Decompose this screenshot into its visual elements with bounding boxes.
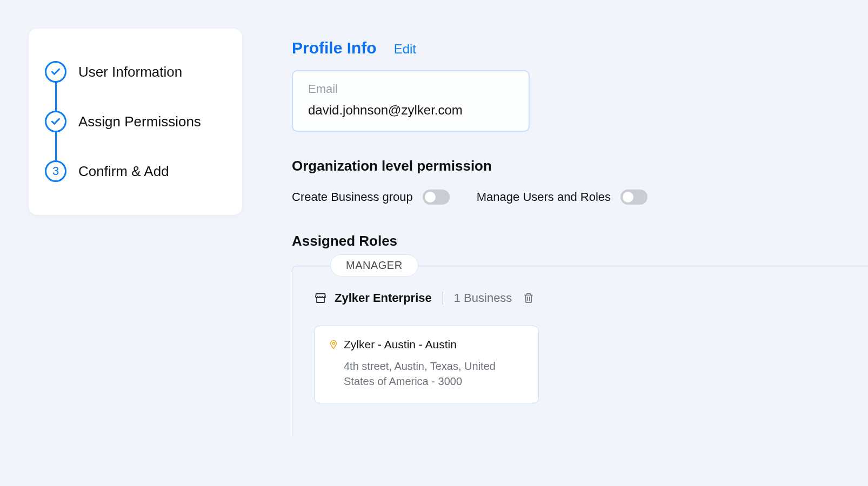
divider [443,292,443,305]
store-icon [314,292,327,305]
svg-point-0 [332,342,335,345]
step-number: 3 [52,164,59,178]
step-connector [55,83,57,111]
permission-label: Create Business group [292,190,413,204]
step-label: Confirm & Add [78,163,169,180]
assigned-roles-title: Assigned Roles [292,233,868,249]
check-icon [45,111,66,132]
check-icon [45,61,66,83]
role-box: MANAGER Zylker Enterprise 1 Business [292,266,868,436]
step-sidebar: User Information Assign Permissions 3 Co… [29,29,242,215]
permission-row: Create Business group Manage Users and R… [292,190,868,205]
profile-info-title: Profile Info [292,39,377,57]
permission-label: Manage Users and Roles [477,190,611,204]
step-label: Assign Permissions [78,113,201,130]
location-name: Zylker - Austin - Austin [344,338,457,351]
permission-create-business-group: Create Business group [292,190,450,205]
trash-icon[interactable] [523,292,535,304]
business-count: 1 Business [454,291,512,305]
step-connector [55,132,57,160]
assigned-roles-section: Assigned Roles MANAGER Zylker Enterprise… [292,233,868,436]
role-tag: MANAGER [330,254,418,276]
email-value: david.johnson@zylker.com [308,103,513,118]
toggle-manage-users-roles[interactable] [620,190,647,205]
email-field: Email david.johnson@zylker.com [292,70,530,132]
email-label: Email [308,82,513,96]
step-confirm-and-add[interactable]: 3 Confirm & Add [45,160,226,182]
enterprise-name: Zylker Enterprise [335,291,432,305]
step-assign-permissions[interactable]: Assign Permissions [45,111,226,132]
profile-header: Profile Info Edit [292,39,868,57]
toggle-create-business-group[interactable] [423,190,450,205]
enterprise-row: Zylker Enterprise 1 Business [314,291,846,305]
location-title-row: Zylker - Austin - Austin [329,338,524,351]
org-permissions-title: Organization level permission [292,158,868,174]
step-label: User Information [78,64,182,80]
pin-icon [329,339,338,350]
step-number-icon: 3 [45,160,66,182]
main-content: Profile Info Edit Email david.johnson@zy… [292,39,868,436]
location-address: 4th street, Austin, Texas, United States… [329,359,524,389]
permission-manage-users-roles: Manage Users and Roles [477,190,647,205]
step-user-information[interactable]: User Information [45,61,226,83]
org-permissions-section: Organization level permission Create Bus… [292,158,868,205]
location-card: Zylker - Austin - Austin 4th street, Aus… [314,326,539,403]
edit-link[interactable]: Edit [394,42,416,57]
